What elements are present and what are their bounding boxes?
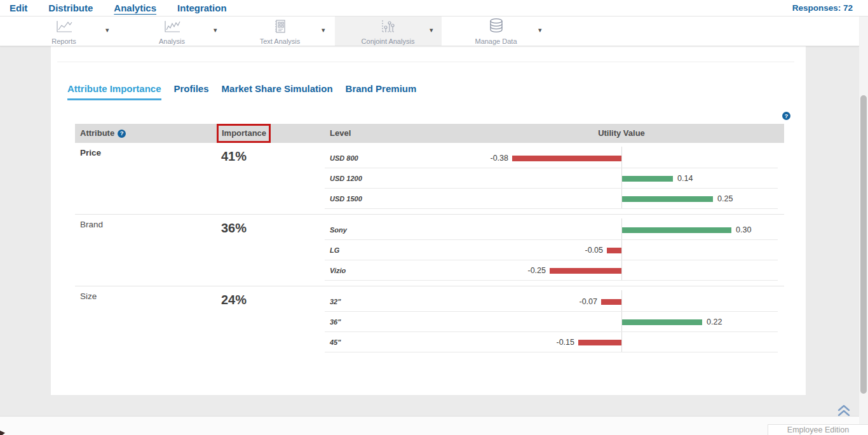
toolbar-item-label: Conjoint Analysis — [362, 37, 415, 45]
scrollbar-thumb[interactable] — [860, 95, 867, 394]
utility-value-label: -0.15 — [536, 332, 574, 352]
app-screen: Edit Distribute Analytics Integration Re… — [0, 0, 868, 435]
level-row: Sony 0.30 — [75, 220, 784, 240]
header-level: Level — [330, 124, 351, 143]
level-row: LG -0.05 — [75, 240, 784, 260]
level-label: USD 1200 — [330, 168, 362, 189]
tab-brand-premium[interactable]: Brand Premium — [346, 83, 417, 100]
level-row: 32" -0.07 — [75, 291, 784, 312]
level-label: Sony — [330, 220, 347, 240]
toolbar-item-label: Manage Data — [475, 37, 517, 45]
nav-item-analytics[interactable]: Analytics — [114, 3, 156, 13]
header-importance: Importance — [222, 124, 266, 143]
utility-bar — [550, 268, 621, 274]
panel-divider — [57, 62, 794, 62]
manage-data-dropdown-caret[interactable]: ▾ — [538, 26, 542, 34]
level-label: USD 800 — [330, 148, 358, 168]
toolbar-item-label: Reports — [51, 37, 76, 45]
utility-bar — [578, 340, 621, 345]
table-body: Price 41% USD 800 -0.38 USD 1200 0.14 US… — [75, 143, 784, 358]
tab-market-share-simulation[interactable]: Market Share Simulation — [222, 83, 333, 100]
analysis-dropdown-caret[interactable]: ▾ — [214, 26, 217, 34]
level-label: Vizio — [330, 260, 346, 281]
table-header-row: Attribute ? Importance Level Utility Val… — [75, 124, 784, 143]
scatter-chart-icon — [380, 19, 397, 36]
toolbar-item-conjoint-analysis[interactable]: Conjoint Analysis — [355, 18, 421, 45]
conjoint-dropdown-caret[interactable]: ▾ — [430, 26, 433, 34]
text-analysis-dropdown-caret[interactable]: ▾ — [322, 26, 325, 34]
footer-bar — [0, 416, 859, 435]
nav-item-integration[interactable]: Integration — [177, 3, 227, 13]
toolbar-item-label: Analysis — [159, 37, 185, 45]
header-utility-value: Utility Value — [577, 124, 666, 143]
level-row: 36" 0.22 — [75, 312, 784, 332]
utility-bar — [601, 299, 621, 305]
toolbar-item-label: Text Analysis — [260, 37, 301, 45]
level-rows: 32" -0.07 36" 0.22 45" -0.15 — [75, 291, 784, 352]
level-row: USD 1200 0.14 — [75, 168, 784, 189]
utility-bar — [622, 227, 731, 233]
utility-value-label: 0.25 — [717, 189, 733, 209]
toolbar-item-analysis[interactable]: Analysis — [145, 18, 199, 45]
toolbar-item-manage-data[interactable]: Manage Data — [463, 18, 529, 45]
multi-line-chart-icon — [163, 20, 181, 36]
attribute-group: Price 41% USD 800 -0.38 USD 1200 0.14 US… — [75, 143, 784, 215]
utility-value-label: -0.25 — [508, 260, 546, 281]
utility-bar — [512, 156, 621, 161]
utility-value-label: 0.22 — [707, 312, 722, 332]
conjoint-analysis-panel: Attribute Importance Profiles Market Sha… — [51, 46, 806, 395]
top-navigation: Edit Distribute Analytics Integration Re… — [0, 0, 868, 17]
header-attribute: Attribute ? — [80, 124, 126, 143]
conjoint-tabs: Attribute Importance Profiles Market Sha… — [67, 83, 416, 100]
nav-item-edit[interactable]: Edit — [10, 3, 27, 13]
utility-bar — [622, 196, 713, 202]
database-icon — [489, 18, 504, 36]
level-rows: Sony 0.30 LG -0.05 Vizio -0.25 — [75, 220, 784, 281]
level-row: Vizio -0.25 — [75, 260, 784, 281]
tab-attribute-importance[interactable]: Attribute Importance — [67, 83, 161, 100]
utility-value-label: 0.14 — [677, 168, 693, 189]
utility-value-label: -0.05 — [565, 240, 603, 260]
reports-dropdown-caret[interactable]: ▾ — [105, 26, 109, 34]
tab-profiles[interactable]: Profiles — [174, 83, 209, 100]
utility-bar — [607, 248, 621, 253]
attribute-group: Brand 36% Sony 0.30 LG -0.05 Vizio -0.25 — [75, 215, 784, 286]
attribute-help-icon[interactable]: ? — [118, 130, 126, 138]
level-label: 36" — [330, 312, 341, 332]
analytics-toolbar: Reports ▾ Analysis ▾ Text An — [0, 17, 859, 46]
attribute-group: Size 24% 32" -0.07 36" 0.22 45" -0.15 — [75, 286, 784, 358]
toolbar-item-reports[interactable]: Reports — [37, 18, 91, 45]
level-rows: USD 800 -0.38 USD 1200 0.14 USD 1500 0.2… — [75, 148, 784, 209]
level-row: USD 1500 0.25 — [75, 189, 784, 209]
header-attribute-label: Attribute — [80, 124, 114, 143]
level-label: LG — [330, 240, 339, 260]
level-label: USD 1500 — [330, 189, 362, 209]
level-row: 45" -0.15 — [75, 332, 784, 352]
toolbar-item-text-analysis[interactable]: Text Analysis — [247, 18, 313, 45]
edition-badge: Employee Edition — [768, 424, 868, 435]
utility-value-label: -0.07 — [559, 291, 597, 312]
utility-value-label: 0.30 — [736, 220, 751, 240]
line-chart-icon — [55, 20, 73, 36]
level-row: USD 800 -0.38 — [75, 148, 784, 168]
attribute-importance-table: Attribute ? Importance Level Utility Val… — [75, 124, 784, 358]
utility-value-label: -0.38 — [470, 148, 508, 168]
utility-bar — [622, 176, 673, 182]
level-label: 32" — [330, 291, 341, 312]
responses-count[interactable]: Responses: 72 — [792, 3, 853, 13]
nav-item-distribute[interactable]: Distribute — [48, 3, 93, 13]
help-icon[interactable]: ? — [782, 112, 790, 120]
document-grid-icon — [273, 19, 287, 36]
utility-bar — [622, 319, 702, 325]
level-label: 45" — [330, 332, 341, 352]
